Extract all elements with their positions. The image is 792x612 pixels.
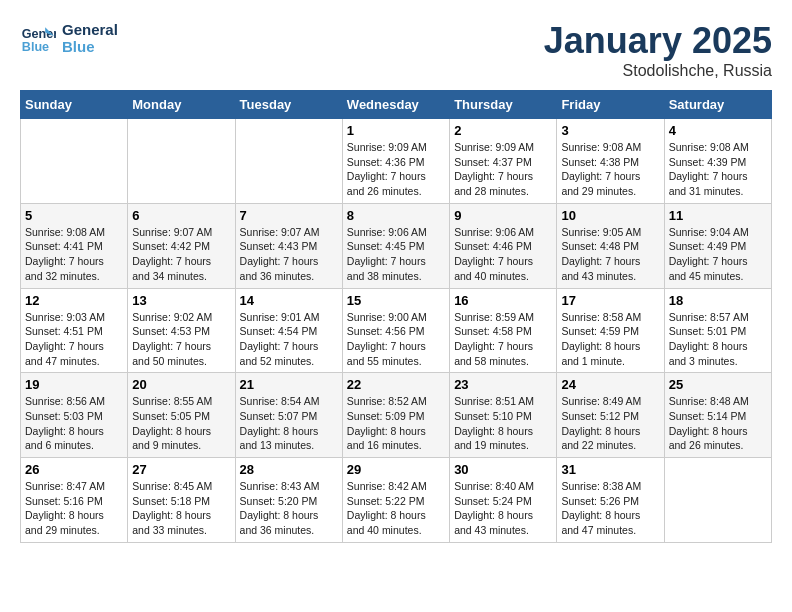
logo-icon: General Blue (20, 20, 56, 56)
calendar-cell: 15Sunrise: 9:00 AM Sunset: 4:56 PM Dayli… (342, 288, 449, 373)
calendar-cell: 31Sunrise: 8:38 AM Sunset: 5:26 PM Dayli… (557, 458, 664, 543)
day-info: Sunrise: 9:05 AM Sunset: 4:48 PM Dayligh… (561, 225, 659, 284)
calendar-cell: 4Sunrise: 9:08 AM Sunset: 4:39 PM Daylig… (664, 119, 771, 204)
calendar-cell: 13Sunrise: 9:02 AM Sunset: 4:53 PM Dayli… (128, 288, 235, 373)
day-info: Sunrise: 9:03 AM Sunset: 4:51 PM Dayligh… (25, 310, 123, 369)
calendar-cell: 17Sunrise: 8:58 AM Sunset: 4:59 PM Dayli… (557, 288, 664, 373)
day-info: Sunrise: 8:49 AM Sunset: 5:12 PM Dayligh… (561, 394, 659, 453)
day-info: Sunrise: 8:47 AM Sunset: 5:16 PM Dayligh… (25, 479, 123, 538)
day-info: Sunrise: 9:01 AM Sunset: 4:54 PM Dayligh… (240, 310, 338, 369)
calendar-cell: 23Sunrise: 8:51 AM Sunset: 5:10 PM Dayli… (450, 373, 557, 458)
calendar-week-row: 19Sunrise: 8:56 AM Sunset: 5:03 PM Dayli… (21, 373, 772, 458)
calendar-cell: 22Sunrise: 8:52 AM Sunset: 5:09 PM Dayli… (342, 373, 449, 458)
day-info: Sunrise: 9:06 AM Sunset: 4:45 PM Dayligh… (347, 225, 445, 284)
day-of-week-header: Monday (128, 91, 235, 119)
day-of-week-header: Wednesday (342, 91, 449, 119)
day-info: Sunrise: 9:08 AM Sunset: 4:38 PM Dayligh… (561, 140, 659, 199)
day-number: 15 (347, 293, 445, 308)
day-number: 25 (669, 377, 767, 392)
day-number: 7 (240, 208, 338, 223)
svg-text:Blue: Blue (22, 40, 49, 54)
calendar-cell: 28Sunrise: 8:43 AM Sunset: 5:20 PM Dayli… (235, 458, 342, 543)
day-number: 29 (347, 462, 445, 477)
day-info: Sunrise: 9:09 AM Sunset: 4:37 PM Dayligh… (454, 140, 552, 199)
day-info: Sunrise: 9:08 AM Sunset: 4:39 PM Dayligh… (669, 140, 767, 199)
calendar-cell: 20Sunrise: 8:55 AM Sunset: 5:05 PM Dayli… (128, 373, 235, 458)
day-number: 28 (240, 462, 338, 477)
day-number: 16 (454, 293, 552, 308)
calendar-cell: 3Sunrise: 9:08 AM Sunset: 4:38 PM Daylig… (557, 119, 664, 204)
calendar-cell: 25Sunrise: 8:48 AM Sunset: 5:14 PM Dayli… (664, 373, 771, 458)
calendar-cell (235, 119, 342, 204)
calendar-cell: 26Sunrise: 8:47 AM Sunset: 5:16 PM Dayli… (21, 458, 128, 543)
day-info: Sunrise: 9:09 AM Sunset: 4:36 PM Dayligh… (347, 140, 445, 199)
logo: General Blue General Blue (20, 20, 118, 56)
day-info: Sunrise: 9:04 AM Sunset: 4:49 PM Dayligh… (669, 225, 767, 284)
calendar-cell (128, 119, 235, 204)
calendar-cell: 21Sunrise: 8:54 AM Sunset: 5:07 PM Dayli… (235, 373, 342, 458)
day-info: Sunrise: 8:57 AM Sunset: 5:01 PM Dayligh… (669, 310, 767, 369)
location: Stodolishche, Russia (544, 62, 772, 80)
day-number: 11 (669, 208, 767, 223)
day-info: Sunrise: 9:00 AM Sunset: 4:56 PM Dayligh… (347, 310, 445, 369)
day-info: Sunrise: 9:08 AM Sunset: 4:41 PM Dayligh… (25, 225, 123, 284)
day-number: 12 (25, 293, 123, 308)
day-of-week-header: Saturday (664, 91, 771, 119)
calendar-cell: 14Sunrise: 9:01 AM Sunset: 4:54 PM Dayli… (235, 288, 342, 373)
calendar-cell: 12Sunrise: 9:03 AM Sunset: 4:51 PM Dayli… (21, 288, 128, 373)
day-number: 31 (561, 462, 659, 477)
day-info: Sunrise: 8:55 AM Sunset: 5:05 PM Dayligh… (132, 394, 230, 453)
calendar-cell: 11Sunrise: 9:04 AM Sunset: 4:49 PM Dayli… (664, 203, 771, 288)
day-info: Sunrise: 9:07 AM Sunset: 4:43 PM Dayligh… (240, 225, 338, 284)
logo-general: General (62, 21, 118, 38)
calendar-cell: 5Sunrise: 9:08 AM Sunset: 4:41 PM Daylig… (21, 203, 128, 288)
calendar-cell: 19Sunrise: 8:56 AM Sunset: 5:03 PM Dayli… (21, 373, 128, 458)
day-number: 6 (132, 208, 230, 223)
day-info: Sunrise: 8:40 AM Sunset: 5:24 PM Dayligh… (454, 479, 552, 538)
calendar-week-row: 26Sunrise: 8:47 AM Sunset: 5:16 PM Dayli… (21, 458, 772, 543)
day-number: 2 (454, 123, 552, 138)
day-number: 27 (132, 462, 230, 477)
day-number: 23 (454, 377, 552, 392)
day-info: Sunrise: 8:51 AM Sunset: 5:10 PM Dayligh… (454, 394, 552, 453)
day-number: 5 (25, 208, 123, 223)
calendar-cell: 9Sunrise: 9:06 AM Sunset: 4:46 PM Daylig… (450, 203, 557, 288)
calendar-cell: 30Sunrise: 8:40 AM Sunset: 5:24 PM Dayli… (450, 458, 557, 543)
month-title: January 2025 (544, 20, 772, 62)
day-of-week-header: Sunday (21, 91, 128, 119)
calendar-week-row: 1Sunrise: 9:09 AM Sunset: 4:36 PM Daylig… (21, 119, 772, 204)
calendar-cell: 7Sunrise: 9:07 AM Sunset: 4:43 PM Daylig… (235, 203, 342, 288)
logo-blue: Blue (62, 38, 118, 55)
day-number: 14 (240, 293, 338, 308)
day-info: Sunrise: 8:54 AM Sunset: 5:07 PM Dayligh… (240, 394, 338, 453)
day-info: Sunrise: 8:43 AM Sunset: 5:20 PM Dayligh… (240, 479, 338, 538)
calendar-header-row: SundayMondayTuesdayWednesdayThursdayFrid… (21, 91, 772, 119)
day-number: 4 (669, 123, 767, 138)
day-info: Sunrise: 8:42 AM Sunset: 5:22 PM Dayligh… (347, 479, 445, 538)
day-of-week-header: Thursday (450, 91, 557, 119)
day-number: 20 (132, 377, 230, 392)
day-number: 1 (347, 123, 445, 138)
calendar-week-row: 5Sunrise: 9:08 AM Sunset: 4:41 PM Daylig… (21, 203, 772, 288)
day-number: 10 (561, 208, 659, 223)
calendar-cell: 24Sunrise: 8:49 AM Sunset: 5:12 PM Dayli… (557, 373, 664, 458)
calendar-cell: 8Sunrise: 9:06 AM Sunset: 4:45 PM Daylig… (342, 203, 449, 288)
day-number: 22 (347, 377, 445, 392)
calendar-cell (664, 458, 771, 543)
day-info: Sunrise: 8:59 AM Sunset: 4:58 PM Dayligh… (454, 310, 552, 369)
day-number: 26 (25, 462, 123, 477)
day-number: 13 (132, 293, 230, 308)
day-number: 8 (347, 208, 445, 223)
day-of-week-header: Tuesday (235, 91, 342, 119)
day-number: 17 (561, 293, 659, 308)
calendar-cell: 2Sunrise: 9:09 AM Sunset: 4:37 PM Daylig… (450, 119, 557, 204)
day-number: 21 (240, 377, 338, 392)
calendar: SundayMondayTuesdayWednesdayThursdayFrid… (20, 90, 772, 543)
day-info: Sunrise: 8:58 AM Sunset: 4:59 PM Dayligh… (561, 310, 659, 369)
day-info: Sunrise: 8:38 AM Sunset: 5:26 PM Dayligh… (561, 479, 659, 538)
day-info: Sunrise: 8:45 AM Sunset: 5:18 PM Dayligh… (132, 479, 230, 538)
day-number: 9 (454, 208, 552, 223)
page-header: General Blue General Blue January 2025 S… (20, 20, 772, 80)
day-info: Sunrise: 8:52 AM Sunset: 5:09 PM Dayligh… (347, 394, 445, 453)
calendar-cell (21, 119, 128, 204)
